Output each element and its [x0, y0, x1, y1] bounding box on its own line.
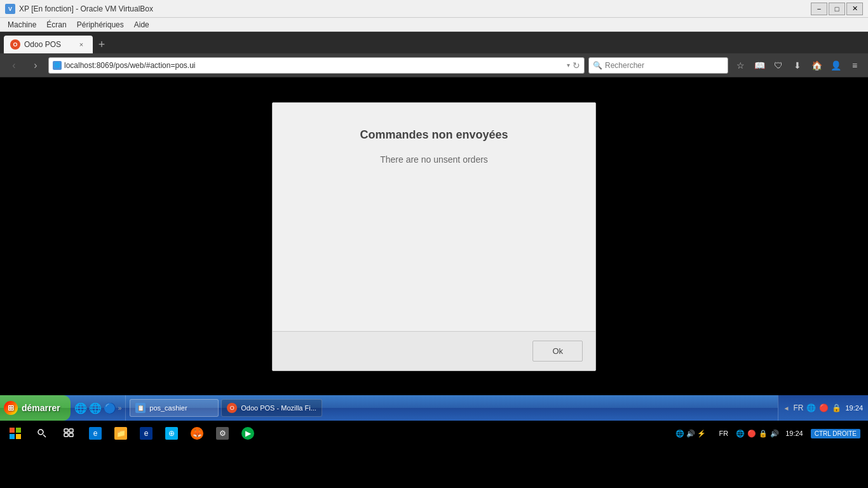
- win10-search-button[interactable]: [29, 421, 55, 446]
- win10-app5-icon[interactable]: ⚙: [210, 421, 235, 446]
- vm-minimize-button[interactable]: −: [811, 3, 827, 15]
- dialog-message: There are no unsent orders: [380, 154, 488, 165]
- download-icon[interactable]: ⬇: [789, 57, 806, 74]
- win10-app6-icon[interactable]: ▶: [235, 421, 261, 446]
- win10-network-icon: 🌐: [736, 430, 745, 438]
- cashier-label: pos_cashier: [149, 404, 187, 412]
- tray-time: 19:24: [845, 404, 863, 412]
- vm-titlebar: V XP [En fonction] - Oracle VM VirtualBo…: [0, 0, 868, 18]
- new-tab-button[interactable]: +: [93, 36, 111, 53]
- bookmarks-icon[interactable]: ☆: [732, 57, 749, 74]
- quick-launch: 🌐 🌐 🔵 »: [71, 395, 126, 421]
- shield-icon[interactable]: 🛡: [770, 57, 787, 74]
- search-icon: 🔍: [593, 61, 602, 70]
- tray-antivirus-icon: 🔒: [831, 403, 841, 413]
- browser-content: Commandes non envoyées There are no unse…: [0, 78, 868, 395]
- vm-menu-machine[interactable]: Machine: [3, 19, 41, 30]
- tray-shield-icon: 🔴: [818, 403, 829, 413]
- svg-rect-7: [69, 429, 73, 432]
- menu-icon[interactable]: ≡: [846, 57, 863, 74]
- vm-app-icon: V: [5, 4, 15, 14]
- forward-button[interactable]: ›: [27, 57, 44, 74]
- address-bar[interactable]: 🌐 ▾ ↻: [48, 57, 585, 74]
- vm-menu-aide[interactable]: Aide: [129, 19, 154, 30]
- home-icon[interactable]: 🏠: [808, 57, 825, 74]
- taskbar-item-odoo[interactable]: O Odoo POS - Mozilla Fi...: [221, 399, 322, 417]
- win10-lang: FR: [716, 430, 731, 437]
- svg-point-4: [38, 430, 43, 435]
- win10-firefox-icon[interactable]: 🦊: [184, 421, 210, 446]
- start-label: démarrer: [22, 403, 60, 413]
- start-button[interactable]: ⊞ démarrer: [0, 395, 71, 421]
- win10-shield-icon: 🔴: [747, 430, 756, 438]
- cashier-app-icon: 📋: [135, 403, 146, 413]
- tray-network-icon: 🌐: [806, 403, 816, 413]
- vm-maximize-button[interactable]: □: [829, 3, 845, 15]
- ql-media-icon[interactable]: 🌐: [89, 402, 102, 414]
- browser-tab-active[interactable]: O Odoo POS ×: [4, 36, 93, 53]
- win10-pinned-apps: e 📁 e ⊕ 🦊 ⚙ ▶: [83, 421, 261, 446]
- ql-app-icon[interactable]: 🔵: [104, 402, 116, 414]
- vm-close-button[interactable]: ✕: [846, 3, 863, 15]
- odoo-label: Odoo POS - Mozilla Fi...: [241, 404, 316, 412]
- address-dropdown-icon[interactable]: ▾: [567, 62, 570, 69]
- tab-favicon: O: [10, 39, 20, 50]
- tray-icons-group: 🌐 🔊 ⚡: [673, 430, 709, 438]
- xp-taskbar: ⊞ démarrer 🌐 🌐 🔵 » 📋 pos_cashier O Odoo …: [0, 395, 868, 421]
- back-button[interactable]: ‹: [5, 57, 23, 74]
- system-tray: ◄ FR 🌐 🔴 🔒 19:24: [778, 395, 868, 421]
- win10-systray: 🌐 🔊 ⚡ FR 🌐 🔴 🔒 🔊 19:24 CTRL DROITE: [668, 429, 865, 438]
- win10-ie-icon[interactable]: e: [133, 421, 159, 446]
- win10-time: 19:24: [785, 430, 803, 437]
- win10-lock-icon: 🔒: [759, 430, 768, 438]
- sync-icon[interactable]: 👤: [827, 57, 844, 74]
- dialog-ok-button[interactable]: Ok: [532, 341, 583, 362]
- win10-taskbar: e 📁 e ⊕ 🦊 ⚙ ▶ 🌐 🔊 ⚡ FR 🌐 🔴 🔒: [0, 421, 868, 446]
- quick-launch-expand[interactable]: »: [118, 405, 122, 412]
- win10-edge-icon[interactable]: e: [83, 421, 108, 446]
- search-input[interactable]: [605, 61, 724, 70]
- win10-sound-icon: 🔊: [770, 430, 779, 438]
- tray-expand[interactable]: ◄: [783, 405, 790, 412]
- address-input[interactable]: [64, 61, 564, 70]
- tab-title: Odoo POS: [24, 40, 61, 49]
- vm-window-controls[interactable]: − □ ✕: [811, 3, 863, 15]
- dialog: Commandes non envoyées There are no unse…: [272, 102, 596, 371]
- taskbar-items: 📋 pos_cashier O Odoo POS - Mozilla Fi...: [126, 395, 777, 421]
- win10-taskview-button[interactable]: [56, 421, 81, 446]
- dialog-overlay: Commandes non envoyées There are no unse…: [0, 78, 868, 395]
- search-bar[interactable]: 🔍: [588, 57, 728, 74]
- svg-rect-8: [64, 433, 68, 437]
- vm-menu-ecran[interactable]: Écran: [41, 19, 71, 30]
- browser-toolbar: ‹ › 🌐 ▾ ↻ 🔍 ☆ 📖 🛡 ⬇ 🏠 👤 ≡: [0, 53, 868, 78]
- tray-icons: FR 🌐 🔴 🔒: [793, 403, 841, 413]
- browser-tabbar: O Odoo POS × +: [0, 32, 868, 53]
- refresh-button[interactable]: ↻: [573, 60, 580, 71]
- windows-logo: ⊞: [4, 401, 18, 415]
- dialog-footer: Ok: [273, 332, 595, 370]
- vm-menubar: Machine Écran Périphériques Aide: [0, 18, 868, 32]
- ql-ie-icon[interactable]: 🌐: [74, 402, 87, 414]
- toolbar-icons: ☆ 📖 🛡 ⬇ 🏠 👤 ≡: [732, 57, 863, 74]
- dialog-title: Commandes non envoyées: [360, 128, 508, 142]
- ctrl-droite-label: CTRL DROITE: [811, 429, 860, 438]
- win10-start-button[interactable]: [3, 421, 28, 446]
- address-favicon: 🌐: [53, 61, 62, 70]
- vm-menu-peripheriques[interactable]: Périphériques: [72, 19, 129, 30]
- svg-line-5: [43, 435, 46, 437]
- svg-rect-0: [10, 428, 15, 433]
- svg-rect-3: [16, 434, 21, 439]
- vm-title-text: XP [En fonction] - Oracle VM VirtualBox: [19, 4, 153, 13]
- reading-icon[interactable]: 📖: [751, 57, 768, 74]
- odoo-app-icon: O: [227, 403, 237, 413]
- svg-rect-1: [16, 428, 21, 433]
- svg-rect-2: [10, 434, 15, 439]
- win10-explorer-icon[interactable]: 📁: [108, 421, 133, 446]
- svg-rect-9: [69, 433, 73, 437]
- svg-rect-6: [64, 429, 68, 432]
- vm-title-left: V XP [En fonction] - Oracle VM VirtualBo…: [5, 4, 153, 14]
- win10-edge2-icon[interactable]: ⊕: [159, 421, 184, 446]
- tab-close-button[interactable]: ×: [76, 39, 86, 50]
- tray-flag-fr: FR: [793, 403, 803, 413]
- taskbar-item-cashier[interactable]: 📋 pos_cashier: [130, 399, 219, 417]
